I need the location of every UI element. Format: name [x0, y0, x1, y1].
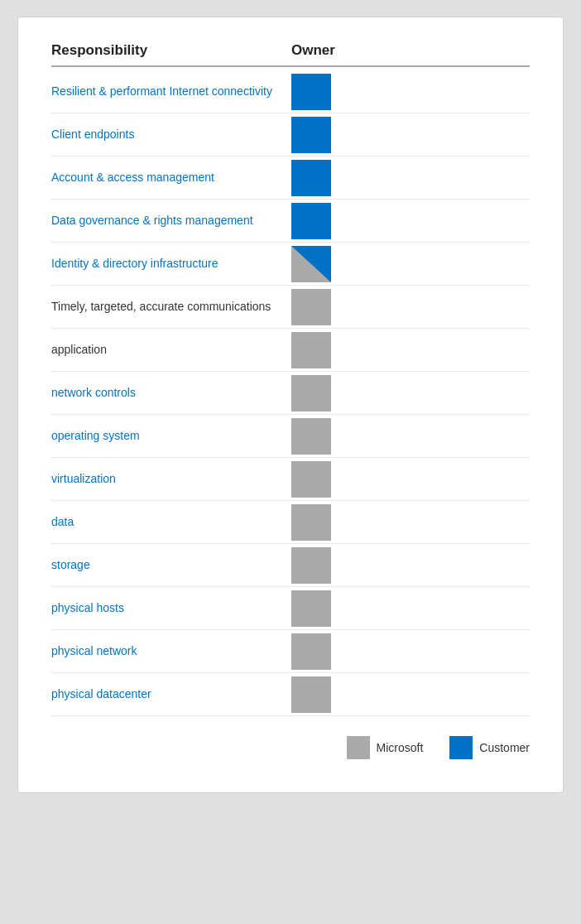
- row-label: Account & access management: [51, 163, 291, 193]
- row-label: network controls: [51, 378, 291, 408]
- table-row: operating system: [51, 415, 530, 458]
- owner-indicator: [291, 418, 331, 455]
- owner-indicator: [291, 375, 331, 411]
- legend: Microsoft Customer: [51, 736, 530, 759]
- owner-indicator: [291, 547, 331, 584]
- row-label: virtualization: [51, 464, 291, 494]
- owner-indicator: [291, 289, 331, 325]
- table-row: Data governance & rights management: [51, 200, 530, 243]
- table-row: Resilient & performant Internet connecti…: [51, 70, 530, 113]
- legend-microsoft: Microsoft: [347, 736, 424, 759]
- table-row: Account & access management: [51, 156, 530, 200]
- table-header: Responsibility Owner: [51, 42, 530, 67]
- table-row: virtualization: [51, 458, 530, 501]
- owner-header: Owner: [291, 42, 335, 59]
- row-label: physical datacenter: [51, 680, 291, 710]
- table-row: Timely, targeted, accurate communication…: [51, 286, 530, 329]
- legend-customer-box: [449, 736, 473, 759]
- owner-indicator: [291, 332, 331, 368]
- table-row: physical hosts: [51, 587, 530, 630]
- legend-customer: Customer: [449, 736, 530, 759]
- owner-indicator: [291, 74, 331, 110]
- table-row: Client endpoints: [51, 113, 530, 156]
- row-label: operating system: [51, 421, 291, 451]
- row-label: storage: [51, 551, 291, 580]
- owner-indicator: [291, 117, 331, 153]
- rows-container: Resilient & performant Internet connecti…: [51, 70, 530, 716]
- owner-indicator: [291, 203, 331, 239]
- owner-indicator: [291, 504, 331, 541]
- owner-indicator: [291, 676, 331, 713]
- row-label: Identity & directory infrastructure: [51, 249, 291, 279]
- row-label: Data governance & rights management: [51, 206, 291, 236]
- row-label: physical hosts: [51, 594, 291, 623]
- row-label: Resilient & performant Internet connecti…: [51, 77, 291, 107]
- legend-customer-label: Customer: [479, 741, 530, 754]
- row-label: physical network: [51, 637, 291, 667]
- table-row: physical network: [51, 630, 530, 673]
- owner-indicator: [291, 160, 331, 196]
- owner-indicator: [291, 461, 331, 498]
- table-row: storage: [51, 544, 530, 587]
- row-label: Timely, targeted, accurate communication…: [51, 292, 291, 322]
- owner-indicator: [291, 633, 331, 670]
- table-row: application: [51, 329, 530, 372]
- table-row: Identity & directory infrastructure: [51, 243, 530, 286]
- table-row: data: [51, 501, 530, 544]
- owner-indicator: [291, 590, 331, 627]
- main-card: Responsibility Owner Resilient & perform…: [17, 17, 564, 793]
- table-row: network controls: [51, 372, 530, 415]
- responsibility-header: Responsibility: [51, 42, 291, 59]
- owner-indicator: [291, 246, 331, 282]
- row-label: Client endpoints: [51, 120, 291, 150]
- legend-microsoft-label: Microsoft: [377, 741, 424, 754]
- legend-microsoft-box: [347, 736, 370, 759]
- table-row: physical datacenter: [51, 673, 530, 716]
- row-label: data: [51, 508, 291, 537]
- row-label: application: [51, 335, 291, 365]
